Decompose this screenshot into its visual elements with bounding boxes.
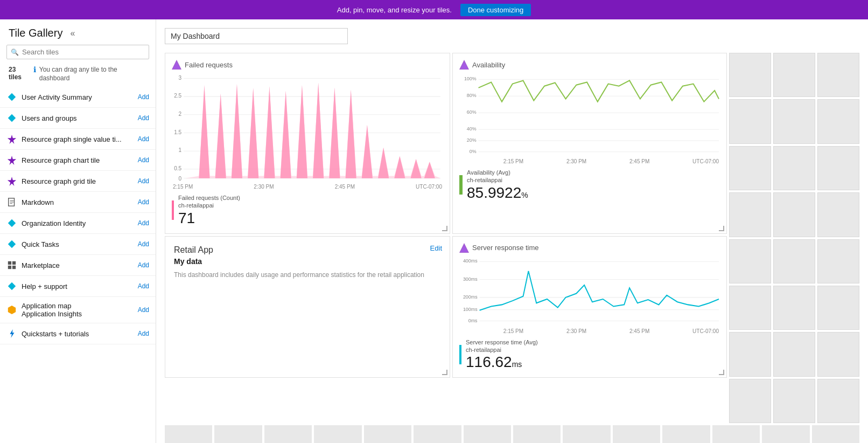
avail-legend-label: Availability (Avg) <box>467 169 528 176</box>
right-placeholder-tile-16 <box>773 286 815 330</box>
right-placeholder-tile-6 <box>729 146 771 190</box>
sidebar-tile-help-support[interactable]: Help + supportAdd <box>0 276 156 297</box>
right-placeholder-tile-23 <box>817 379 859 423</box>
sidebar-tile-users-groups[interactable]: Users and groupsAdd <box>0 108 156 129</box>
tile-icon-markdown <box>6 197 17 207</box>
tile-add-quick-tasks[interactable]: Add <box>138 240 149 248</box>
svg-marker-3 <box>8 156 16 165</box>
done-customizing-button[interactable]: Done customizing <box>460 4 531 16</box>
server-legend-sublabel: ch-retailappai <box>466 346 538 354</box>
tile-add-markdown[interactable]: Add <box>138 198 149 206</box>
bottom-placeholder-tile-0 <box>165 425 212 443</box>
server-tile-resize[interactable] <box>719 370 724 375</box>
avail-legend: Availability (Avg) ch-retailappai 85.992… <box>459 169 720 202</box>
bottom-placeholder-tile-7 <box>513 425 561 443</box>
right-placeholder-tile-5 <box>817 99 859 143</box>
tile-icon-quick-tasks <box>6 239 17 250</box>
bottom-placeholder-tile-3 <box>314 425 361 443</box>
sidebar-tile-quick-tasks[interactable]: Quick TasksAdd <box>0 234 156 255</box>
tile-add-org-identity[interactable]: Add <box>138 219 149 227</box>
tile-count-row: 23 tiles ℹ You can drag any tile to the … <box>0 64 156 87</box>
sidebar-tile-resource-graph-chart[interactable]: Resource graph chart tileAdd <box>0 150 156 171</box>
sidebar-tile-application-map[interactable]: Application mapApplication InsightsAdd <box>0 297 156 323</box>
dashboard-grid: Failed requests 3 2.5 2 1.5 1 0.5 0 <box>165 53 859 423</box>
svg-text:0: 0 <box>179 176 182 182</box>
tile-add-application-map[interactable]: Add <box>138 306 149 314</box>
dashboard-name-input[interactable] <box>165 28 348 44</box>
retail-tile-resize[interactable] <box>442 370 447 375</box>
svg-text:40%: 40% <box>467 126 477 131</box>
avail-tile-resize[interactable] <box>719 226 724 231</box>
top-notification-bar: Add, pin, move, and resize your tiles. D… <box>0 0 868 19</box>
tile-add-resource-graph-single[interactable]: Add <box>138 135 149 143</box>
tile-add-resource-graph-chart[interactable]: Add <box>138 156 149 164</box>
sidebar-tile-user-activity[interactable]: User Activity SummaryAdd <box>0 87 156 108</box>
sidebar-tile-resource-graph-grid[interactable]: Resource graph grid tileAdd <box>0 171 156 192</box>
right-placeholder-tile-7 <box>773 146 815 190</box>
tile-add-quickstarts[interactable]: Add <box>138 330 149 337</box>
tile-add-resource-graph-grid[interactable]: Add <box>138 177 149 185</box>
availability-title: Availability <box>459 60 720 70</box>
sidebar-tile-quickstarts[interactable]: Quickstarts + tutorialsAdd <box>0 323 156 344</box>
failed-requests-title: Failed requests <box>172 60 443 70</box>
retail-edit-link[interactable]: Edit <box>430 244 442 252</box>
svg-rect-14 <box>12 266 16 269</box>
failed-chart-xaxis: 2:15 PM2:30 PM2:45 PMUTC-07:00 <box>172 184 443 190</box>
bottom-placeholder-tile-5 <box>414 425 461 443</box>
tile-icon-user-activity <box>6 92 17 102</box>
right-placeholder-tile-22 <box>773 379 815 423</box>
retail-app-title: Retail App <box>174 245 441 255</box>
right-placeholder-tile-10 <box>773 192 815 237</box>
drag-hint: You can drag any tile to the dashboard <box>39 66 147 82</box>
svg-marker-15 <box>8 282 16 290</box>
svg-text:200ms: 200ms <box>463 294 478 299</box>
tile-icon-resource-graph-grid <box>6 176 17 186</box>
svg-marker-16 <box>8 306 16 314</box>
tile-name-quickstarts: Quickstarts + tutorials <box>22 330 134 338</box>
tile-name-resource-graph-grid: Resource graph grid tile <box>22 177 134 185</box>
svg-marker-1 <box>8 114 16 122</box>
right-placeholder-tile-14 <box>817 239 859 283</box>
tile-icon-resource-graph-single <box>6 134 17 144</box>
server-legend-value: 116.62ms <box>466 354 538 371</box>
right-placeholder-tile-1 <box>773 53 815 97</box>
tile-list: User Activity SummaryAddUsers and groups… <box>0 87 156 443</box>
failed-legend-label: Failed requests (Count) <box>178 194 240 202</box>
tile-icon-quickstarts <box>6 328 17 339</box>
svg-marker-0 <box>8 93 16 101</box>
search-tiles-input[interactable] <box>6 45 149 59</box>
bottom-placeholder-tile-8 <box>563 425 610 443</box>
sidebar-tile-org-identity[interactable]: Organization IdentityAdd <box>0 213 156 234</box>
svg-text:0%: 0% <box>470 149 477 154</box>
bottom-placeholder-tile-13 <box>812 425 859 443</box>
right-placeholder-tile-2 <box>817 53 859 97</box>
svg-text:60%: 60% <box>467 109 477 115</box>
server-response-title: Server response time <box>459 243 720 253</box>
app-insights-icon-failed <box>172 60 181 70</box>
failed-chart-legend: Failed requests (Count) ch-retailappai 7… <box>172 194 443 227</box>
avail-legend-bar <box>459 175 463 195</box>
server-legend-bar <box>459 345 461 364</box>
sidebar-tile-marketplace[interactable]: MarketplaceAdd <box>0 255 156 276</box>
svg-text:2: 2 <box>179 111 182 117</box>
tile-name-help-support: Help + support <box>22 282 134 290</box>
svg-text:3: 3 <box>179 74 182 80</box>
tile-add-users-groups[interactable]: Add <box>138 114 149 122</box>
svg-text:0.5: 0.5 <box>174 165 181 171</box>
right-placeholder-tile-9 <box>729 192 771 237</box>
sidebar-tile-markdown[interactable]: MarkdownAdd <box>0 192 156 213</box>
tile-add-user-activity[interactable]: Add <box>138 93 149 101</box>
server-response-chart: 400ms 300ms 200ms 100ms 0ms <box>459 257 720 327</box>
sidebar-tile-resource-graph-single[interactable]: Resource graph single value ti...Add <box>0 129 156 150</box>
svg-text:100%: 100% <box>464 76 477 81</box>
failed-legend-value: 71 <box>178 210 240 227</box>
server-chart-xaxis: 2:15 PM2:30 PM2:45 PMUTC-07:00 <box>459 328 720 334</box>
sidebar-collapse-button[interactable]: « <box>70 29 75 38</box>
tile-add-help-support[interactable]: Add <box>138 282 149 290</box>
right-placeholder-tile-12 <box>729 239 771 283</box>
failed-requests-tile: Failed requests 3 2.5 2 1.5 1 0.5 0 <box>165 53 450 234</box>
failed-tile-resize[interactable] <box>442 226 447 231</box>
main-dashboard-area: Failed requests 3 2.5 2 1.5 1 0.5 0 <box>156 19 868 443</box>
right-placeholder-tile-20 <box>817 332 859 376</box>
tile-add-marketplace[interactable]: Add <box>138 261 149 269</box>
